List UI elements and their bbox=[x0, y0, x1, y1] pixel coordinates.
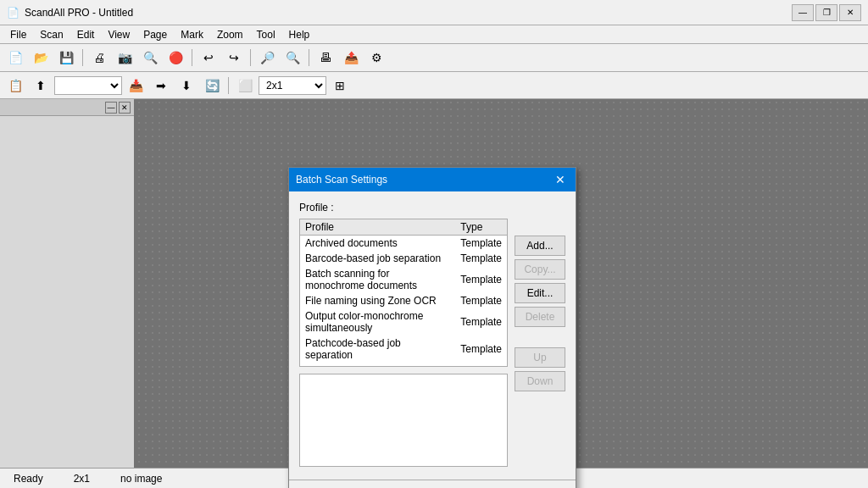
menu-item-tool[interactable]: Tool bbox=[250, 27, 282, 42]
profile-name-cell: Scan color documents at one time bbox=[300, 363, 455, 367]
dialog-body: Profile : Profile Type bbox=[289, 191, 576, 480]
down-button[interactable]: Down bbox=[515, 371, 565, 391]
table-row[interactable]: Archived documentsTemplate bbox=[300, 236, 507, 252]
profile-type-cell: Template bbox=[455, 308, 507, 336]
toolbar-sep-1 bbox=[82, 49, 83, 66]
toolbar-scan2[interactable]: 📷 bbox=[113, 47, 136, 69]
toolbar-zoom-out[interactable]: 🔍 bbox=[281, 47, 304, 69]
menu-item-scan[interactable]: Scan bbox=[33, 27, 70, 42]
profile-type-cell: Template bbox=[455, 266, 507, 293]
profile-name-cell: Patchcode-based job separation bbox=[300, 336, 455, 363]
toolbar2-btn1[interactable]: 📋 bbox=[3, 75, 27, 97]
toolbar2-grid[interactable]: ⊞ bbox=[328, 75, 352, 97]
status-zoom: 2x1 bbox=[67, 473, 97, 485]
table-row[interactable]: Patchcode-based job separationTemplate bbox=[300, 336, 507, 363]
minimize-button[interactable]: — bbox=[792, 4, 814, 21]
toolbar-main: 📄 📂 💾 🖨 📷 🔍 🔴 ↩ ↪ 🔎 🔍 🖶 📤 ⚙ bbox=[0, 44, 868, 71]
app-title: ScandAll PRO - Untitled bbox=[25, 7, 133, 19]
toolbar-secondary: 📋 ⬆ 📥 ➡ ⬇ 🔄 ⬜ 2x1 ⊞ bbox=[0, 71, 868, 98]
dialog-side-buttons: Add... Copy... Edit... Delete Up Down bbox=[515, 219, 565, 469]
toolbar2-btn6[interactable]: 🔄 bbox=[200, 75, 224, 97]
menu-item-view[interactable]: View bbox=[101, 27, 136, 42]
add-button[interactable]: Add... bbox=[515, 236, 565, 256]
table-header-row: Profile Type bbox=[300, 219, 507, 236]
profile-table-container[interactable]: Profile Type Archived documentsTemplateB… bbox=[299, 219, 508, 367]
profile-type-cell: Template bbox=[455, 363, 507, 367]
delete-button[interactable]: Delete bbox=[515, 307, 565, 327]
close-button[interactable]: ✕ bbox=[839, 4, 861, 21]
description-textarea[interactable] bbox=[299, 374, 508, 467]
toolbar2-btn3[interactable]: 📥 bbox=[124, 75, 147, 97]
toolbar-rotate-left[interactable]: ↩ bbox=[197, 47, 220, 69]
profile-type-cell: Template bbox=[455, 336, 507, 363]
menu-item-help[interactable]: Help bbox=[282, 27, 317, 42]
restore-button[interactable]: ❐ bbox=[815, 4, 837, 21]
copy-button[interactable]: Copy... bbox=[515, 259, 565, 280]
col-profile: Profile bbox=[300, 219, 455, 236]
table-row[interactable]: File naming using Zone OCRTemplate bbox=[300, 293, 507, 308]
toolbar-sep-2 bbox=[192, 49, 192, 66]
table-row[interactable]: Output color-monochrome simultaneouslyTe… bbox=[300, 308, 507, 336]
profile-name-cell: Archived documents bbox=[300, 236, 455, 252]
toolbar-settings[interactable]: ⚙ bbox=[364, 47, 388, 69]
modal-overlay: Batch Scan Settings ✕ Profile : Profile bbox=[0, 99, 868, 469]
menu-item-file[interactable]: File bbox=[3, 27, 33, 42]
menu-bar: FileScanEditViewPageMarkZoomToolHelp bbox=[0, 25, 868, 44]
profile-table: Profile Type Archived documentsTemplateB… bbox=[300, 219, 507, 367]
dialog-title-bar: Batch Scan Settings ✕ bbox=[289, 168, 576, 191]
dialog-layout: Profile Type Archived documentsTemplateB… bbox=[299, 219, 565, 469]
status-image: no image bbox=[114, 473, 169, 485]
menu-item-page[interactable]: Page bbox=[136, 27, 174, 42]
profile-type-cell: Template bbox=[455, 251, 507, 266]
batch-scan-dialog: Batch Scan Settings ✕ Profile : Profile bbox=[288, 167, 576, 488]
col-type: Type bbox=[455, 219, 507, 236]
profile-name-cell: File naming using Zone OCR bbox=[300, 293, 455, 308]
toolbar2-btn5[interactable]: ⬇ bbox=[175, 75, 198, 97]
toolbar2-btn4[interactable]: ➡ bbox=[149, 75, 173, 97]
window-controls: — ❐ ✕ bbox=[792, 4, 861, 21]
toolbar-save[interactable]: 💾 bbox=[54, 47, 78, 69]
dialog-close-button[interactable]: ✕ bbox=[552, 171, 569, 188]
profile-name-cell: Barcode-based job separation bbox=[300, 251, 455, 266]
profile-label: Profile : bbox=[299, 202, 565, 214]
dialog-title: Batch Scan Settings bbox=[296, 174, 387, 186]
profile-dropdown[interactable] bbox=[54, 76, 122, 95]
toolbar-rotate-right[interactable]: ↪ bbox=[222, 47, 246, 69]
toolbar-sep-3 bbox=[250, 49, 251, 66]
edit-button[interactable]: Edit... bbox=[515, 283, 565, 303]
main-area: — ✕ Batch Scan Settings ✕ Profile : bbox=[0, 99, 868, 469]
toolbar-new[interactable]: 📄 bbox=[3, 47, 27, 69]
toolbar2-btn2[interactable]: ⬆ bbox=[29, 75, 53, 97]
toolbar-open[interactable]: 📂 bbox=[29, 47, 53, 69]
title-bar: 📄 ScandAll PRO - Untitled — ❐ ✕ bbox=[0, 0, 868, 25]
profile-name-cell: Batch scanning for monochrome documents bbox=[300, 266, 455, 293]
table-row[interactable]: Scan color documents at one timeTemplate bbox=[300, 363, 507, 367]
profile-type-cell: Template bbox=[455, 293, 507, 308]
menu-item-zoom[interactable]: Zoom bbox=[210, 27, 250, 42]
toolbar-scan3[interactable]: 🔍 bbox=[138, 47, 162, 69]
table-row[interactable]: Batch scanning for monochrome documentsT… bbox=[300, 266, 507, 293]
app-icon: 📄 bbox=[7, 7, 19, 19]
profile-type-cell: Template bbox=[455, 236, 507, 252]
toolbar-export[interactable]: 📤 bbox=[339, 47, 363, 69]
dialog-main-area: Profile Type Archived documentsTemplateB… bbox=[299, 219, 508, 469]
status-ready: Ready bbox=[7, 473, 50, 485]
dialog-footer: Scan Close Help bbox=[289, 480, 576, 488]
table-row[interactable]: Barcode-based job separationTemplate bbox=[300, 251, 507, 266]
toolbar2-sep bbox=[228, 77, 229, 94]
zoom-dropdown[interactable]: 2x1 bbox=[259, 76, 326, 95]
side-spacer bbox=[515, 330, 565, 344]
profile-name-cell: Output color-monochrome simultaneously bbox=[300, 308, 455, 336]
menu-item-edit[interactable]: Edit bbox=[70, 27, 102, 42]
toolbar-stop[interactable]: 🔴 bbox=[164, 47, 187, 69]
toolbar-container: 📄 📂 💾 🖨 📷 🔍 🔴 ↩ ↪ 🔎 🔍 🖶 📤 ⚙ 📋 ⬆ 📥 ➡ ⬇ 🔄 … bbox=[0, 44, 868, 99]
up-button[interactable]: Up bbox=[515, 347, 565, 368]
menu-item-mark[interactable]: Mark bbox=[174, 27, 210, 42]
toolbar-print[interactable]: 🖶 bbox=[314, 47, 337, 69]
toolbar2-zoom[interactable]: ⬜ bbox=[233, 75, 257, 97]
toolbar-scan1[interactable]: 🖨 bbox=[87, 47, 111, 69]
toolbar-zoom-in[interactable]: 🔎 bbox=[255, 47, 279, 69]
toolbar-sep-4 bbox=[309, 49, 309, 66]
